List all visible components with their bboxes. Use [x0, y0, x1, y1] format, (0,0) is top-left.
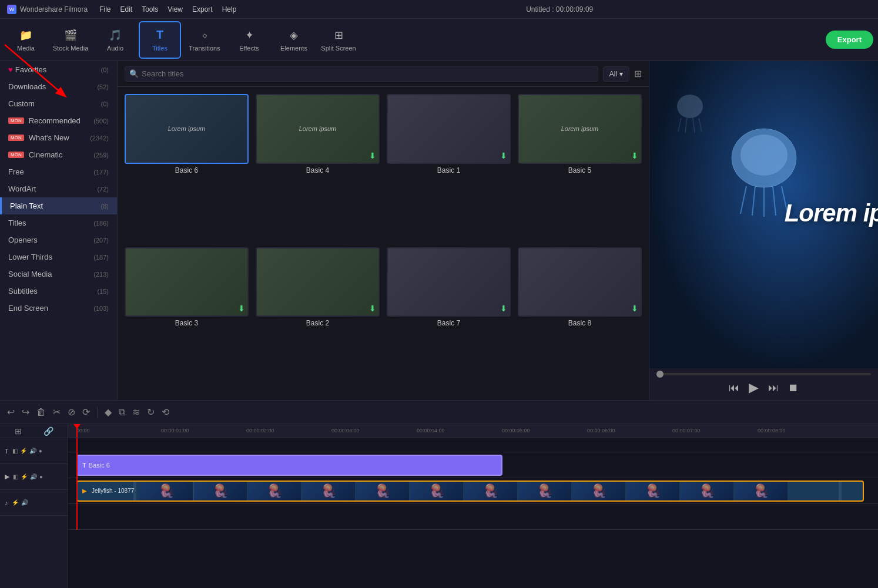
- sidebar-item-lower-thirds[interactable]: Lower Thirds (187): [0, 248, 117, 266]
- sidebar-item-free[interactable]: Free (177): [0, 163, 117, 180]
- sidebar-item-openers[interactable]: Openers (207): [0, 231, 117, 248]
- tile-basic4[interactable]: Lorem ipsum ⬇ Basic 4: [256, 94, 380, 240]
- preview-video: Lorem ip: [649, 61, 878, 368]
- tile-basic1-label: Basic 1: [387, 166, 511, 174]
- sidebar-item-subtitles[interactable]: Subtitles (15): [0, 283, 117, 300]
- progress-bar[interactable]: [656, 373, 871, 375]
- sidebar-item-recommended[interactable]: MON Recommended (500): [0, 112, 117, 129]
- menu-export[interactable]: Export: [192, 5, 213, 14]
- filter-label: All: [609, 70, 617, 78]
- snap-button[interactable]: ◆: [105, 406, 112, 418]
- menu-edit[interactable]: Edit: [120, 5, 133, 14]
- timeline-body: ⊞ 🔗 T ◧ ⚡ 🔊 ● ▶ ◧ ⚡ 🔊 ●: [0, 424, 878, 588]
- loop-button[interactable]: ↻: [147, 406, 155, 418]
- ruler-mark-4: 00:00:04:00: [417, 428, 445, 434]
- sidebar-item-cinematic[interactable]: MON Cinematic (259): [0, 146, 117, 163]
- redo-button[interactable]: ↪: [22, 406, 29, 418]
- sidebar: ♥ Favorites (0) Downloads (52) Custom (0…: [0, 61, 118, 400]
- sidebar-wordart-count: (72): [97, 186, 109, 193]
- video-lock-btn[interactable]: ⚡: [21, 473, 28, 480]
- tool-effects[interactable]: ✦ Effects: [228, 21, 270, 59]
- stop-button[interactable]: ⏹: [788, 382, 799, 394]
- tool-elements[interactable]: ◈ Elements: [273, 21, 315, 59]
- tool-titles[interactable]: T Titles: [139, 21, 181, 59]
- return-button[interactable]: ⟲: [162, 406, 169, 418]
- track-record-btn[interactable]: ●: [39, 448, 42, 454]
- timeline-playhead[interactable]: [76, 424, 78, 438]
- export-button[interactable]: Export: [826, 31, 873, 49]
- menu-view[interactable]: View: [167, 5, 183, 14]
- progress-knob[interactable]: [656, 371, 663, 378]
- tile-basic6-thumb: Lorem ipsum: [125, 94, 249, 164]
- sidebar-recommended-count: (500): [93, 117, 109, 125]
- sidebar-item-custom[interactable]: Custom (0): [0, 95, 117, 112]
- svg-line-5: [773, 186, 776, 216]
- undo-button[interactable]: ↩: [7, 406, 15, 418]
- svg-line-3: [752, 186, 755, 216]
- tile-basic5[interactable]: Lorem ipsum ⬇ Basic 5: [518, 94, 642, 240]
- delete-button[interactable]: 🗑: [36, 407, 46, 418]
- rotate-button[interactable]: ⟳: [82, 406, 90, 418]
- sidebar-item-wordart[interactable]: WordArt (72): [0, 180, 117, 197]
- grid-view-toggle[interactable]: ⊞: [634, 68, 642, 79]
- track-visibility-btn[interactable]: ◧: [12, 448, 18, 454]
- tool-split-screen[interactable]: ⊞ Split Screen: [317, 21, 360, 59]
- sidebar-item-social-media[interactable]: Social Media (213): [0, 266, 117, 283]
- step-back-button[interactable]: ⏮: [729, 382, 739, 394]
- play-button[interactable]: ▶: [749, 380, 759, 395]
- audio-track-controls: ⚡ 🔊: [12, 499, 28, 506]
- menu-help[interactable]: Help: [222, 5, 237, 14]
- sidebar-item-end-screen[interactable]: End Screen (103): [0, 300, 117, 317]
- tile-basic6[interactable]: Lorem ipsum Basic 6: [125, 94, 249, 240]
- tile-basic7[interactable]: ⬇ Basic 7: [387, 247, 511, 394]
- tool-media[interactable]: 📁 Media: [5, 21, 47, 59]
- jelly-thumb-1: [140, 481, 193, 502]
- video-mute-btn[interactable]: 🔊: [30, 473, 37, 480]
- tool-audio-label: Audio: [107, 45, 123, 52]
- adjust-button[interactable]: ⧉: [119, 407, 125, 418]
- clip-basic6[interactable]: T Basic 6: [76, 455, 502, 476]
- tile-basic8[interactable]: ⬇ Basic 8: [518, 247, 642, 394]
- sidebar-item-whats-new[interactable]: MON What's New (2342): [0, 129, 117, 146]
- sidebar-item-downloads[interactable]: Downloads (52): [0, 78, 117, 95]
- video-visibility-btn[interactable]: ◧: [13, 473, 18, 480]
- video-record-btn[interactable]: ●: [39, 473, 43, 480]
- tool-audio[interactable]: 🎵 Audio: [94, 21, 136, 59]
- menu-file[interactable]: File: [99, 5, 110, 14]
- sidebar-item-plain-text[interactable]: Plain Text (8): [0, 197, 117, 214]
- jelly-thumb-4: [302, 481, 355, 502]
- sidebar-item-titles[interactable]: Titles (186): [0, 214, 117, 231]
- tool-stock-media[interactable]: 🎬 Stock Media: [49, 21, 92, 59]
- tile-basic8-thumb: ⬇: [518, 247, 642, 317]
- tool-stock-media-label: Stock Media: [53, 45, 89, 52]
- audio-icon: 🎵: [108, 28, 122, 42]
- tile-basic6-preview-text: Lorem ipsum: [166, 123, 208, 135]
- sidebar-subtitles-label: Subtitles: [8, 287, 38, 295]
- sidebar-plain-text-label: Plain Text: [10, 201, 43, 210]
- audio-mute-btn[interactable]: 🔊: [21, 499, 28, 506]
- filter-dropdown[interactable]: All ▾: [603, 66, 629, 82]
- disable-button[interactable]: ⊘: [68, 406, 75, 418]
- menu-tools[interactable]: Tools: [142, 5, 158, 14]
- sidebar-item-favorites[interactable]: ♥ Favorites (0): [0, 61, 117, 78]
- tool-transitions[interactable]: ⬦ Transitions: [183, 21, 226, 59]
- link-button[interactable]: 🔗: [43, 426, 53, 436]
- add-track-button[interactable]: ⊞: [15, 426, 22, 436]
- playhead-empty: [76, 438, 78, 452]
- audio-wave-button[interactable]: ≋: [132, 406, 140, 418]
- jelly-thumb-5: [356, 481, 409, 502]
- tile-basic5-label: Basic 5: [518, 166, 642, 174]
- chevron-down-icon: ▾: [619, 70, 623, 78]
- tile-basic2[interactable]: ⬇ Basic 2: [256, 247, 380, 394]
- tile-basic3[interactable]: ⬇ Basic 3: [125, 247, 249, 394]
- download-icon: ⬇: [500, 151, 507, 160]
- cut-button[interactable]: ✂: [53, 406, 61, 418]
- clip-jellyfish[interactable]: ▶ Jellyfish - 10877: [76, 481, 864, 502]
- search-input[interactable]: [125, 66, 598, 82]
- title-track-controls: ◧ ⚡ 🔊 ●: [12, 448, 42, 454]
- tile-basic1[interactable]: ⬇ Basic 1: [387, 94, 511, 240]
- track-mute-btn[interactable]: 🔊: [29, 448, 36, 454]
- audio-lock-btn[interactable]: ⚡: [12, 499, 19, 506]
- track-lock-btn[interactable]: ⚡: [20, 448, 27, 454]
- step-forward-button[interactable]: ⏭: [768, 382, 779, 394]
